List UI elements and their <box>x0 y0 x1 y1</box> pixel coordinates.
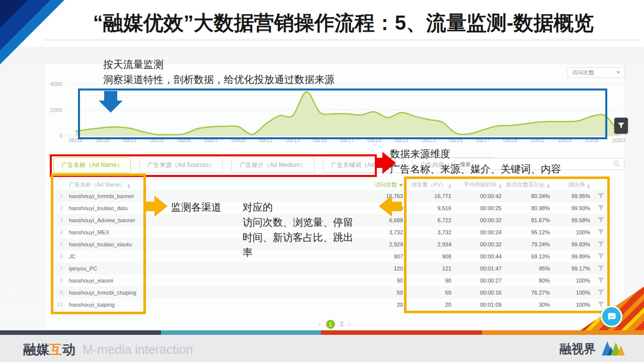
avg-stay-cell: 00:00:32 <box>451 241 502 247</box>
chart-x-axis: 08/2808/3009/0109/0309/0509/0709/0909/11… <box>45 137 624 144</box>
ad-name-cell: haoshouyi_Inmobi_chaping <box>69 290 357 296</box>
table-row[interactable]: 8haoshouyi_xiaomi909000:00:2780%100% <box>52 275 611 287</box>
metric-dropdown-value: 访问次数 <box>572 69 594 76</box>
row-filter[interactable] <box>590 205 611 211</box>
x-tick-label: 09/17 <box>335 137 360 143</box>
pagination-next[interactable]: › <box>348 320 351 328</box>
bounce-rate-cell: 99.58% <box>550 217 590 223</box>
bounce-rate-cell: 99.93% <box>550 205 590 211</box>
new-visit-pct-cell: 76.27% <box>502 290 550 296</box>
row-filter[interactable] <box>590 265 611 272</box>
avg-stay-cell: 00:01:09 <box>451 302 502 308</box>
funnel-icon[interactable] <box>598 229 604 235</box>
sort-desc-icon[interactable] <box>399 184 403 187</box>
metric-dropdown[interactable]: 访问次数 <box>568 67 625 78</box>
pv-cell: 90 <box>403 278 451 284</box>
visits-cell: 20 <box>357 302 403 308</box>
pv-cell: 2,934 <box>403 241 451 247</box>
row-filter[interactable] <box>590 217 611 223</box>
x-tick-label: 09/27 <box>470 137 496 143</box>
metric-header[interactable]: 新访次数百分比 <box>502 181 550 189</box>
x-tick-label: 09/11 <box>253 137 278 143</box>
visits-cell: 90 <box>357 278 403 284</box>
row-index: 1 <box>52 193 69 199</box>
sort-icon[interactable] <box>587 184 590 189</box>
pv-cell: 3,732 <box>403 229 451 235</box>
pv-cell: 908 <box>403 253 451 259</box>
title-divider <box>44 40 640 40</box>
funnel-icon <box>618 123 624 129</box>
row-index: 3 <box>52 217 69 223</box>
x-tick-label: 09/05 <box>172 137 197 143</box>
funnel-icon[interactable] <box>598 302 604 308</box>
table-row[interactable]: 7ipinyou_PC12012100:01:4795%99.17% <box>52 262 611 275</box>
funnel-icon[interactable] <box>598 205 604 211</box>
footer-brand-left: 融媒互动 M-media interaction <box>23 341 193 358</box>
row-index: 2 <box>52 205 69 211</box>
row-filter[interactable] <box>590 193 611 199</box>
bounce-rate-cell: 99.17% <box>550 265 590 272</box>
metric-header[interactable]: 访问次数 <box>357 181 403 189</box>
ad-name-cell: ipinyou_PC <box>69 265 357 272</box>
row-index: 8 <box>52 278 69 284</box>
funnel-icon[interactable] <box>598 290 604 296</box>
metric-header[interactable]: 跳出率 <box>550 181 590 189</box>
ad-name-cell: haoshouyi_kaiping <box>69 302 357 308</box>
pagination-page[interactable]: 2 <box>340 321 344 328</box>
bounce-rate-cell: 100% <box>550 278 590 284</box>
pagination-prev[interactable]: ‹ <box>318 320 321 328</box>
annotation-monitor-channels: 监测各渠道 <box>171 200 221 215</box>
ad-name-cell: haoshouyi_Inmobi_banner <box>69 193 357 199</box>
table-row[interactable]: 10haoshouyi_kaiping202000:01:0930%100% <box>52 299 611 311</box>
avg-stay-cell: 00:00:16 <box>451 290 502 296</box>
funnel-icon[interactable] <box>598 265 604 272</box>
new-visit-pct-cell: 79.24% <box>502 241 550 247</box>
metric-header[interactable]: 浏览量（PV） <box>403 181 451 189</box>
annotation-dimensions: 数据来源维度 广告名称、来源、媒介、关键词、内容 <box>390 146 561 176</box>
bounce-rate-cell: 99.83% <box>550 241 590 247</box>
x-tick-label: 09/15 <box>307 137 333 143</box>
avg-stay-cell: 00:00:44 <box>451 253 502 259</box>
bounce-rate-cell: 99.95% <box>550 193 590 199</box>
funnel-icon[interactable] <box>598 253 604 259</box>
visits-cell: 16,763 <box>357 193 403 199</box>
row-index: 10 <box>52 302 69 308</box>
pagination-page-active[interactable]: 1 <box>326 320 335 329</box>
avg-stay-cell: 00:00:42 <box>451 193 502 199</box>
x-tick-label: 10/07 <box>606 137 631 143</box>
pv-cell: 16,771 <box>403 193 451 199</box>
avg-stay-cell: 00:00:32 <box>451 217 502 223</box>
new-visit-pct-cell: 81.67% <box>502 217 550 223</box>
metric-header[interactable]: 平均停留时间 <box>451 181 502 189</box>
x-tick-label: 10/05 <box>579 137 604 143</box>
x-tick-label: 09/23 <box>416 137 441 143</box>
row-filter[interactable] <box>590 290 611 296</box>
x-tick-label: 10/01 <box>525 137 550 143</box>
avg-stay-cell: 00:00:25 <box>451 205 502 211</box>
annotation-metrics: 对应的 访问次数、浏览量、停留 时间、新访客占比、跳出 率 <box>243 200 373 260</box>
table-row[interactable]: 9haoshouyi_Inmobi_chaping595900:00:1676.… <box>52 287 611 299</box>
funnel-icon[interactable] <box>598 278 604 284</box>
row-filter[interactable] <box>590 241 611 247</box>
name-header[interactable]: 广告名称（Ad Name） <box>69 181 357 189</box>
dimension-tab[interactable]: 广告名称（Ad Name） <box>53 157 131 173</box>
dimension-tab[interactable]: 广告媒介（Ad Medium） <box>231 157 314 173</box>
new-visit-pct-cell: 80.98% <box>502 205 550 211</box>
dimension-tab[interactable]: 广告来源（Ad Sources） <box>139 157 223 173</box>
row-filter[interactable] <box>590 278 611 284</box>
x-tick-label: 08/28 <box>63 137 88 143</box>
search-icon[interactable] <box>613 160 620 167</box>
slide: “融媒优效”大数据营销操作流程：5、流量监测-数据概览 020004000 08… <box>0 0 644 362</box>
funnel-icon[interactable] <box>598 193 604 199</box>
row-index: 5 <box>52 241 69 247</box>
row-filter[interactable] <box>590 229 611 235</box>
chart-filter-button[interactable] <box>614 118 628 134</box>
funnel-icon[interactable] <box>598 241 604 247</box>
row-filter[interactable] <box>590 253 611 259</box>
x-tick-label: 09/19 <box>362 137 387 143</box>
x-tick-label: 09/07 <box>199 137 224 143</box>
sort-icon[interactable] <box>127 184 130 189</box>
chat-widget-button[interactable] <box>601 306 622 327</box>
funnel-icon[interactable] <box>598 217 604 223</box>
bounce-rate-cell: 100% <box>550 290 590 296</box>
